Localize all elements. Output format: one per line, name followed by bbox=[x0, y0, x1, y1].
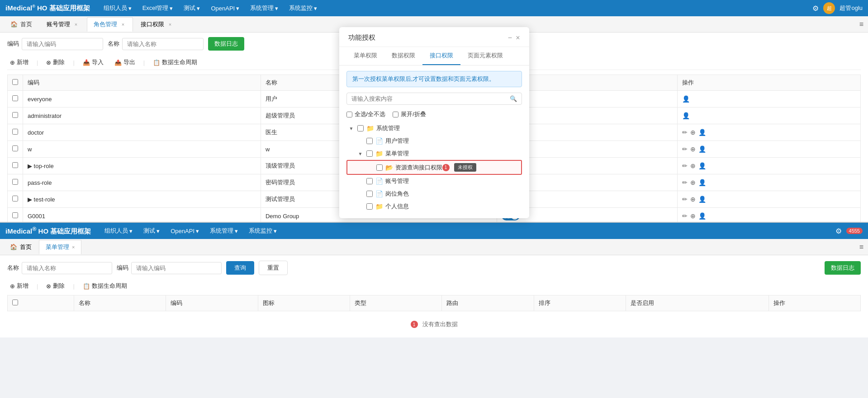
lifecycle-icon: 📋 bbox=[153, 59, 160, 66]
bottom-screen: iMedical® HO 基础应用框架 组织人员 ▾ 测试 ▾ OpenAPI … bbox=[0, 222, 868, 229]
gear-icon[interactable]: ⚙ bbox=[812, 4, 819, 13]
chevron-down-icon: ▾ bbox=[196, 228, 199, 229]
code-field: 编码 bbox=[7, 38, 103, 50]
code-input[interactable] bbox=[22, 38, 103, 50]
modal-search-input[interactable] bbox=[351, 95, 507, 102]
export-button[interactable]: 📤 导出 bbox=[112, 57, 138, 68]
row-checkbox[interactable] bbox=[12, 129, 18, 135]
tabs-menu-icon[interactable]: ≡ bbox=[859, 20, 863, 28]
tree-item-checkbox[interactable] bbox=[366, 150, 373, 157]
edit-icon[interactable]: ✏ bbox=[682, 212, 688, 220]
chevron-down-icon: ▾ bbox=[274, 228, 277, 229]
nav-item-openapi[interactable]: OpenAPI ▾ bbox=[206, 2, 244, 14]
folder-icon: 📁 bbox=[375, 203, 383, 210]
person-icon[interactable]: 👤 bbox=[682, 112, 690, 119]
tab-interface[interactable]: 接口权限 × bbox=[134, 17, 180, 32]
lifecycle-button[interactable]: 📋 数据生命周期 bbox=[150, 57, 200, 68]
row-checkbox[interactable] bbox=[12, 112, 18, 118]
person-icon[interactable]: 👤 bbox=[698, 196, 706, 203]
tab-close-icon[interactable]: × bbox=[73, 21, 79, 28]
tree-item-checkbox[interactable] bbox=[366, 191, 373, 197]
person-icon[interactable]: 👤 bbox=[698, 212, 706, 220]
row-checkbox[interactable] bbox=[12, 95, 18, 101]
data-log-button[interactable]: 数据日志 bbox=[208, 37, 244, 51]
add-icon[interactable]: ⊕ bbox=[690, 145, 696, 153]
tree-item-checkbox[interactable] bbox=[366, 203, 373, 210]
nav-menu: 组织人员 ▾ Excel管理 ▾ 测试 ▾ OpenAPI ▾ 系统管理 ▾ 系… bbox=[99, 2, 813, 14]
gear-icon[interactable]: ⚙ bbox=[835, 227, 842, 229]
row-checkbox[interactable] bbox=[12, 179, 18, 185]
add-icon[interactable]: ⊕ bbox=[690, 179, 696, 186]
tree-item-accountmgmt: 📄 账号管理 bbox=[346, 175, 522, 187]
tab-close-icon[interactable]: × bbox=[120, 21, 126, 28]
bottom-nav-monitor[interactable]: 系统监控 ▾ bbox=[244, 225, 281, 229]
plus-icon: ⊕ bbox=[10, 59, 15, 66]
delete-button[interactable]: ⊗ 删除 bbox=[43, 57, 67, 68]
spacer bbox=[357, 191, 364, 197]
close-icon[interactable]: × bbox=[516, 34, 520, 42]
modal-body: 第一次授权菜单权限后,才可设置数据和页面元素权限。 🔍 全选/全不选 展开/折叠… bbox=[339, 66, 529, 218]
nav-item-excel[interactable]: Excel管理 ▾ bbox=[138, 2, 178, 14]
select-all-tree-checkbox[interactable] bbox=[346, 112, 352, 117]
nav-item-test[interactable]: 测试 ▾ bbox=[179, 2, 204, 14]
modal-tab-page[interactable]: 页面元素权限 bbox=[460, 47, 510, 65]
tree-item-checkbox[interactable] bbox=[366, 178, 373, 184]
modal-tabs: 菜单权限 数据权限 接口权限 页面元素权限 bbox=[339, 47, 529, 66]
tab-home[interactable]: 🏠 首页 bbox=[4, 17, 39, 32]
tree-item-checkbox[interactable] bbox=[357, 125, 364, 131]
nav-item-org[interactable]: 组织人员 ▾ bbox=[99, 2, 136, 14]
bottom-nav-org[interactable]: 组织人员 ▾ bbox=[100, 225, 137, 229]
select-all-label[interactable]: 全选/全不选 bbox=[346, 110, 386, 118]
tree-item-checkbox[interactable] bbox=[366, 138, 373, 144]
edit-icon[interactable]: ✏ bbox=[682, 196, 688, 203]
avatar: 超 bbox=[823, 2, 835, 14]
person-icon[interactable]: 👤 bbox=[698, 145, 706, 153]
modal-tab-interface[interactable]: 接口权限 bbox=[422, 47, 460, 65]
chevron-down-icon: ▾ bbox=[275, 5, 278, 12]
tab-role[interactable]: 角色管理 × bbox=[87, 17, 133, 32]
brand-logo: iMedical® HO 基础应用框架 bbox=[5, 4, 90, 13]
add-icon[interactable]: ⊕ bbox=[690, 129, 696, 136]
name-input[interactable] bbox=[122, 38, 204, 50]
bottom-nav-openapi[interactable]: OpenAPI ▾ bbox=[166, 225, 204, 229]
spacer bbox=[357, 203, 364, 210]
row-checkbox[interactable] bbox=[12, 196, 18, 201]
info-banner: 第一次授权菜单权限后,才可设置数据和页面元素权限。 bbox=[346, 71, 522, 87]
add-icon[interactable]: ⊕ bbox=[690, 196, 696, 203]
import-button[interactable]: 📥 导入 bbox=[80, 57, 106, 68]
tree-item-personal: 📁 个人信息 bbox=[346, 200, 522, 213]
add-icon[interactable]: ⊕ bbox=[690, 212, 696, 220]
nav-item-sysmonitor[interactable]: 系统监控 ▾ bbox=[285, 2, 322, 14]
person-icon[interactable]: 👤 bbox=[698, 129, 706, 136]
row-checkbox[interactable] bbox=[12, 145, 18, 151]
modal-tab-menu[interactable]: 菜单权限 bbox=[346, 47, 384, 65]
tab-close-icon[interactable]: × bbox=[167, 21, 173, 28]
bottom-nav-test[interactable]: 测试 ▾ bbox=[139, 225, 164, 229]
person-icon[interactable]: 👤 bbox=[698, 179, 706, 186]
expand-icon[interactable]: ▼ bbox=[348, 125, 355, 131]
tree-item-checkbox[interactable] bbox=[376, 164, 383, 171]
expand-icon[interactable]: ▼ bbox=[357, 150, 364, 157]
unauthorized-badge: 未授权 bbox=[454, 163, 476, 172]
select-all-checkbox[interactable] bbox=[12, 79, 18, 85]
edit-icon[interactable]: ✏ bbox=[682, 179, 688, 186]
edit-icon[interactable]: ✏ bbox=[682, 162, 688, 169]
person-icon[interactable]: 👤 bbox=[682, 95, 690, 103]
th-code: 编码 bbox=[23, 75, 261, 91]
expand-collapse-label[interactable]: 展开/折叠 bbox=[393, 110, 426, 118]
row-checkbox[interactable] bbox=[12, 212, 18, 218]
minimize-icon[interactable]: − bbox=[508, 34, 512, 42]
row-code: everyone bbox=[23, 91, 261, 108]
person-icon[interactable]: 👤 bbox=[698, 162, 706, 169]
tab-account[interactable]: 账号管理 × bbox=[40, 17, 86, 32]
add-button[interactable]: ⊕ 新增 bbox=[7, 57, 31, 68]
bottom-nav-right: ⚙ 4555 bbox=[835, 227, 863, 229]
expand-collapse-checkbox[interactable] bbox=[393, 112, 398, 117]
add-icon[interactable]: ⊕ bbox=[690, 162, 696, 169]
edit-icon[interactable]: ✏ bbox=[682, 145, 688, 153]
row-checkbox[interactable] bbox=[12, 162, 18, 168]
nav-item-sysadmin[interactable]: 系统管理 ▾ bbox=[246, 2, 283, 14]
modal-tab-data[interactable]: 数据权限 bbox=[384, 47, 422, 65]
edit-icon[interactable]: ✏ bbox=[682, 129, 688, 136]
bottom-nav-sysadmin[interactable]: 系统管理 ▾ bbox=[205, 225, 242, 229]
